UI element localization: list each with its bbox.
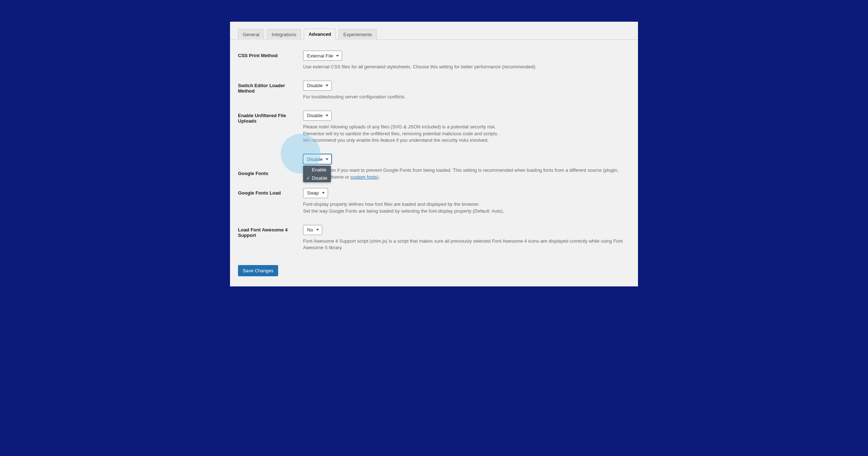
dropdown-google-fonts: Enable ✓ Disable — [303, 166, 331, 182]
help-gfl-line1: Font-display property defines how font f… — [303, 201, 480, 207]
row-google-fonts: Google Fonts Disable Enable ✓ — [238, 154, 630, 181]
help-unfiltered-line3: We recommend you only enable this featur… — [303, 137, 489, 143]
chevron-down-icon — [326, 115, 328, 116]
help-google-fonts-load: Font-display property defines how font f… — [303, 201, 630, 215]
select-fa4[interactable]: No — [303, 225, 322, 235]
row-css-print: CSS Print Method External File Use exter… — [238, 51, 630, 71]
select-switch-editor-value: Disable — [307, 83, 323, 88]
chevron-down-icon — [322, 192, 325, 194]
row-google-fonts-load: Google Fonts Load Swap Font-display prop… — [238, 188, 630, 215]
help-css-print: Use external CSS files for all generated… — [303, 64, 630, 71]
settings-content: CSS Print Method External File Use exter… — [230, 40, 638, 286]
row-unfiltered-uploads: Enable Unfiltered File Uploads Disable P… — [238, 111, 630, 144]
option-enable-label: Enable — [312, 167, 326, 172]
select-fa4-value: No — [307, 227, 313, 233]
field-google-fonts: Disable Enable ✓ Disable — [303, 154, 630, 181]
help-gfl-line2: Set the way Google Fonts are being loade… — [303, 208, 504, 214]
chevron-down-icon — [326, 158, 328, 160]
check-icon: ✓ — [306, 175, 310, 181]
settings-panel: General Integrations Advanced Experiemen… — [230, 22, 638, 286]
option-enable[interactable]: Enable — [303, 166, 331, 174]
help-google-fonts: on if you want to prevent Google Fonts f… — [331, 167, 630, 181]
label-fa4: Load Font Awesome 4 Support — [238, 225, 303, 238]
help-unfiltered-line1: Please note! Allowing uploads of any fil… — [303, 124, 496, 129]
field-google-fonts-load: Swap Font-display property defines how f… — [303, 188, 630, 215]
select-css-print[interactable]: External File — [303, 51, 342, 61]
tab-integrations[interactable]: Integrations — [267, 29, 301, 40]
label-google-fonts-load: Google Fonts Load — [238, 188, 303, 196]
help-google-fonts-post: ). — [377, 174, 380, 180]
chevron-down-icon — [326, 85, 328, 86]
label-google-fonts: Google Fonts — [238, 154, 303, 176]
select-unfiltered-uploads-value: Disable — [307, 113, 323, 118]
tab-general[interactable]: General — [238, 29, 264, 40]
select-google-fonts-load-value: Swap — [307, 190, 319, 196]
row-switch-editor: Switch Editor Loader Method Disable For … — [238, 81, 630, 101]
tabs-bar: General Integrations Advanced Experiemen… — [230, 22, 638, 40]
tab-advanced[interactable]: Advanced — [304, 29, 336, 40]
help-unfiltered-line2: Elementor will try to sanitize the unfil… — [303, 131, 498, 136]
select-switch-editor[interactable]: Disable — [303, 81, 332, 91]
select-unfiltered-uploads[interactable]: Disable — [303, 111, 332, 121]
help-switch-editor: For troubleshooting server configuration… — [303, 94, 630, 101]
field-css-print: External File Use external CSS files for… — [303, 51, 630, 71]
select-google-fonts-load[interactable]: Swap — [303, 188, 328, 198]
tab-experiments[interactable]: Experiements — [339, 29, 376, 40]
link-custom-fonts[interactable]: custom fonts — [350, 174, 377, 180]
select-css-print-value: External File — [307, 53, 333, 59]
select-google-fonts[interactable]: Disable — [303, 154, 332, 164]
option-disable-label: Disable — [312, 175, 327, 181]
help-unfiltered-uploads: Please note! Allowing uploads of any fil… — [303, 124, 630, 144]
field-fa4: No Font Awesome 4 Support script (shim.j… — [303, 225, 630, 252]
label-switch-editor: Switch Editor Loader Method — [238, 81, 303, 94]
label-unfiltered-uploads: Enable Unfiltered File Uploads — [238, 111, 303, 124]
field-unfiltered-uploads: Disable Please note! Allowing uploads of… — [303, 111, 630, 144]
chevron-down-icon — [316, 229, 319, 231]
row-fa4: Load Font Awesome 4 Support No Font Awes… — [238, 225, 630, 252]
help-fa4: Font Awesome 4 Support script (shim.js( … — [303, 238, 630, 252]
label-css-print: CSS Print Method — [238, 51, 303, 58]
field-switch-editor: Disable For troubleshooting server confi… — [303, 81, 630, 101]
save-button[interactable]: Save Changes — [238, 265, 278, 276]
option-disable[interactable]: ✓ Disable — [303, 174, 331, 182]
chevron-down-icon — [336, 55, 339, 57]
select-google-fonts-value: Disable — [307, 157, 323, 162]
